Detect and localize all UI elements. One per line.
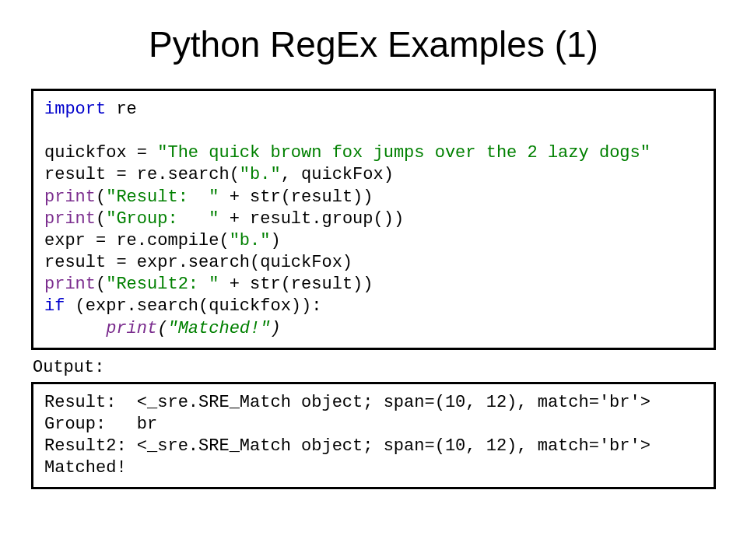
code-text: ( — [157, 319, 167, 338]
string-literal: "The quick brown fox jumps over the 2 la… — [157, 143, 651, 163]
kw-print: print — [44, 275, 96, 294]
code-text: quickfox = — [44, 143, 157, 163]
page-title: Python RegEx Examples (1) — [31, 23, 716, 65]
string-literal: "Result: " — [106, 187, 219, 207]
code-text: result = expr.search(quickFox) — [44, 253, 352, 272]
code-text: (expr.search(quickfox)): — [65, 296, 321, 316]
output-line: Result: <_sre.SRE_Match object; span=(10… — [44, 393, 651, 412]
kw-print: print — [44, 209, 96, 229]
code-text: ) — [270, 319, 280, 338]
string-literal: "b." — [240, 165, 281, 184]
code-text: + str(result)) — [219, 187, 373, 207]
code-text: ( — [96, 187, 106, 207]
mod-re: re — [106, 100, 137, 119]
code-text: ) — [270, 231, 280, 250]
code-text: ( — [96, 209, 106, 229]
code-text: result = re.search( — [44, 165, 240, 184]
string-literal: "Result2: " — [106, 275, 219, 294]
kw-print: print — [44, 187, 96, 207]
output-label: Output: — [33, 358, 716, 377]
kw-import: import — [44, 100, 106, 119]
slide: Python RegEx Examples (1) import re quic… — [0, 0, 747, 513]
output-line: Group: br — [44, 415, 157, 434]
code-text: , quickFox) — [281, 165, 394, 184]
code-text: + result.group()) — [219, 209, 404, 229]
string-literal: "Matched!" — [167, 319, 270, 338]
kw-print: print — [106, 319, 157, 338]
string-literal: "Group: " — [106, 209, 219, 229]
code-block: import re quickfox = "The quick brown fo… — [31, 89, 716, 350]
string-literal: "b." — [230, 231, 271, 250]
output-line: Result2: <_sre.SRE_Match object; span=(1… — [44, 436, 651, 456]
output-line: Matched! — [44, 458, 127, 478]
code-text: ( — [96, 275, 106, 294]
kw-if: if — [44, 296, 65, 316]
code-text: expr = re.compile( — [44, 231, 230, 250]
indent — [44, 319, 106, 338]
output-block: Result: <_sre.SRE_Match object; span=(10… — [31, 382, 716, 490]
code-text: + str(result)) — [219, 275, 373, 294]
